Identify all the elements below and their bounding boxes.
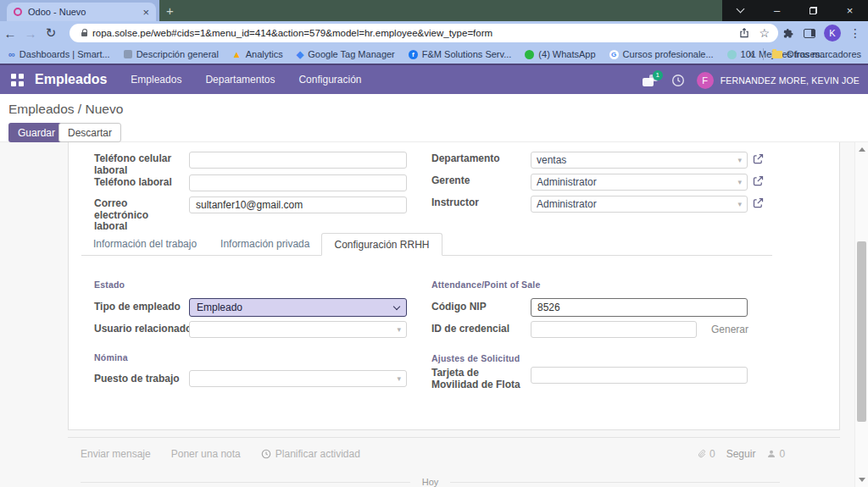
manager-field[interactable]: Administrator ▾: [531, 174, 748, 191]
generate-badge-button[interactable]: Generar: [711, 324, 748, 335]
section-estado: Estado: [94, 279, 125, 290]
external-link-icon[interactable]: [752, 196, 765, 210]
close-icon[interactable]: ×: [833, 0, 867, 21]
chatter-actions: Enviar mensaje Poner una nota Planificar…: [81, 448, 360, 460]
chevron-down-icon[interactable]: ▾: [397, 374, 401, 383]
scroll-down-icon[interactable]: [859, 478, 865, 482]
pin-code-input[interactable]: [531, 298, 748, 317]
clock-icon: [261, 449, 271, 459]
address-bar[interactable]: ropa.solse.pe/web#cids=1&menu_id=414&act…: [70, 24, 778, 42]
menu-configuracion[interactable]: Configuración: [298, 74, 361, 86]
mobile-phone-input[interactable]: [189, 152, 407, 169]
toolbar-right: K ⋮: [782, 21, 868, 45]
paperclip-icon: [697, 449, 707, 459]
field-label: Tarjeta de Movilidad de Flota: [431, 368, 526, 390]
tab-informacion-privada[interactable]: Información privada: [209, 233, 321, 256]
notification-badge: 1: [653, 70, 663, 80]
bookmark-item[interactable]: G Cursos profesionale...: [609, 49, 714, 59]
analytics-icon: ▲: [232, 50, 242, 59]
discard-button[interactable]: Descartar: [58, 123, 121, 142]
department-field[interactable]: ventas ▾: [531, 152, 748, 169]
back-icon[interactable]: ←: [0, 26, 20, 41]
minimize-icon[interactable]: –: [760, 0, 794, 21]
follow-button[interactable]: Seguir: [726, 448, 756, 460]
forward-icon[interactable]: →: [20, 26, 41, 41]
bookmark-item[interactable]: Descripción general: [124, 49, 219, 59]
odoo-nav: Empleados Empleados Departamentos Config…: [0, 64, 868, 94]
field-label: Puesto de trabajo: [94, 374, 180, 385]
facebook-icon: f: [409, 50, 418, 59]
activities-clock-icon[interactable]: [671, 74, 685, 87]
bookmarks-overflow-icon[interactable]: »: [748, 48, 754, 60]
related-user-field[interactable]: ▾: [189, 321, 407, 338]
tab-title: Odoo - Nuevo: [28, 7, 139, 17]
bookmark-item[interactable]: ◆ Google Tag Manager: [297, 49, 395, 59]
browser-profile-avatar[interactable]: K: [824, 25, 841, 42]
scrollbar-thumb[interactable]: [857, 241, 866, 422]
nav-right: 1 F FERNANDEZ MORE, KEVIN JOE: [643, 65, 860, 96]
attachments-button[interactable]: 0: [697, 448, 715, 460]
side-panel-icon[interactable]: [804, 29, 815, 38]
lock-icon[interactable]: [81, 32, 87, 36]
tab-configuracion-rrhh[interactable]: Configuración RRHH: [321, 233, 442, 256]
browser-menu-icon[interactable]: ⋮: [849, 26, 861, 40]
form-sheet: Teléfono celular laboral Teléfono labora…: [68, 142, 840, 430]
section-ajustes: Ajustes de Solicitud: [431, 353, 520, 363]
divider: [68, 437, 840, 438]
extensions-icon[interactable]: [782, 27, 795, 40]
external-link-icon[interactable]: [752, 174, 765, 188]
followers-button[interactable]: 0: [766, 448, 785, 460]
coach-field[interactable]: Administrator ▾: [531, 196, 748, 213]
tab-informacion-del-trabajo[interactable]: Información del trabajo: [81, 233, 209, 256]
menu-departamentos[interactable]: Departamentos: [205, 74, 275, 86]
bookmark-item[interactable]: ▲ Analytics: [232, 49, 283, 59]
reload-icon[interactable]: ↻: [41, 25, 61, 41]
breadcrumb[interactable]: Empleados / Nuevo: [8, 102, 123, 117]
chevron-down-icon[interactable]: ▾: [737, 156, 742, 164]
app-title[interactable]: Empleados: [35, 72, 107, 87]
other-bookmarks[interactable]: Otros marcadores: [772, 49, 861, 59]
field-label: Código NIP: [431, 302, 487, 313]
chevron-down-icon: [393, 302, 400, 309]
share-icon[interactable]: [738, 27, 750, 39]
new-tab-button[interactable]: +: [166, 3, 174, 19]
chevron-down-icon[interactable]: ▾: [737, 178, 742, 186]
field-label: Usuario relacionado: [94, 324, 192, 335]
bookmarks-right: » Otros marcadores: [748, 45, 861, 64]
log-note-button[interactable]: Poner una nota: [171, 448, 241, 460]
menu-empleados[interactable]: Empleados: [131, 74, 181, 86]
tab-search-icon[interactable]: [724, 0, 758, 21]
work-email-input[interactable]: [189, 196, 407, 213]
messages-icon[interactable]: 1: [643, 75, 659, 87]
odoo-favicon-icon: [14, 8, 22, 16]
apps-grid-icon[interactable]: [11, 74, 24, 86]
field-label: Tipo de empleado: [94, 302, 181, 313]
job-position-field[interactable]: ▾: [189, 370, 407, 387]
restore-icon[interactable]: [797, 0, 831, 21]
chevron-down-icon[interactable]: ▾: [737, 200, 742, 208]
send-message-button[interactable]: Enviar mensaje: [81, 448, 151, 460]
external-link-icon[interactable]: [752, 152, 765, 166]
chevron-down-icon[interactable]: ▾: [397, 325, 401, 334]
scroll-up-icon[interactable]: [859, 147, 865, 152]
field-label: Instructor: [431, 197, 529, 209]
schedule-activity-button[interactable]: Planificar actividad: [261, 448, 360, 460]
user-avatar[interactable]: F: [697, 72, 714, 89]
tab-close-icon[interactable]: ×: [142, 6, 149, 19]
section-attendance: Attendance/Point of Sale: [431, 279, 540, 290]
employee-type-select[interactable]: Empleado: [189, 298, 407, 317]
work-phone-input[interactable]: [189, 174, 407, 191]
browser-tab[interactable]: Odoo - Nuevo ×: [7, 3, 156, 21]
bookmark-item[interactable]: (4) WhatsApp: [525, 49, 595, 59]
bookmark-item[interactable]: ∞ Dashboards | Smart...: [8, 49, 110, 59]
mobility-card-input[interactable]: [531, 367, 748, 384]
save-button[interactable]: Guardar: [8, 123, 64, 142]
field-label: Teléfono celular laboral: [94, 153, 179, 176]
badge-id-input[interactable]: [531, 321, 697, 338]
section-nomina: Nómina: [94, 352, 128, 362]
bookmark-item[interactable]: f F&M Solutions Serv...: [409, 49, 512, 59]
scrollbar[interactable]: [854, 142, 868, 487]
user-menu[interactable]: FERNANDEZ MORE, KEVIN JOE: [721, 75, 860, 86]
url-text[interactable]: ropa.solse.pe/web#cids=1&menu_id=414&act…: [92, 28, 730, 38]
bookmark-star-icon[interactable]: ☆: [759, 26, 770, 40]
